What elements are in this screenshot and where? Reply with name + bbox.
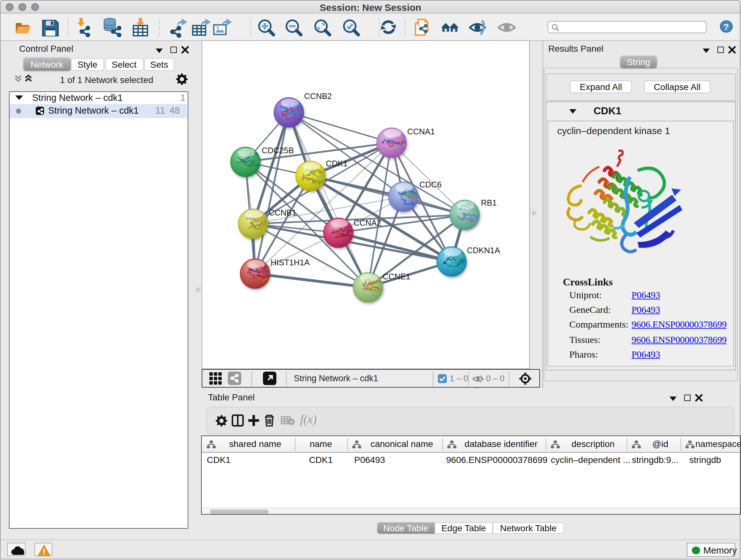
svg-text:RB1: RB1: [481, 198, 496, 207]
svg-text:CCNB2: CCNB2: [304, 91, 332, 101]
svg-text:CCNA2: CCNA2: [353, 219, 381, 227]
svg-text:CCNA1: CCNA1: [407, 127, 434, 136]
svg-text:CDC25B: CDC25B: [261, 146, 293, 155]
svg-text:CCNE1: CCNE1: [382, 272, 410, 281]
svg-text:CDK1: CDK1: [326, 159, 347, 168]
svg-text:CDC6: CDC6: [419, 180, 441, 189]
svg-text:HIST1H1A: HIST1H1A: [270, 258, 310, 267]
svg-text:CDKN1A: CDKN1A: [467, 246, 500, 255]
svg-text:CCNB1: CCNB1: [268, 208, 296, 217]
